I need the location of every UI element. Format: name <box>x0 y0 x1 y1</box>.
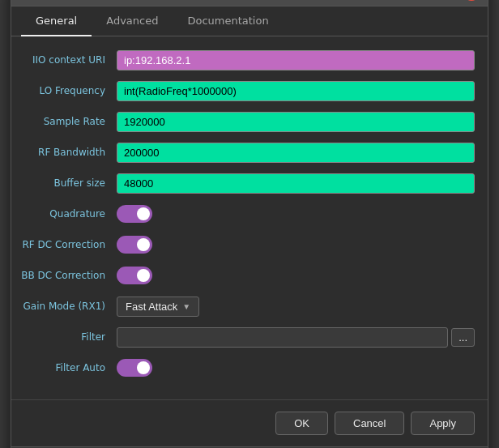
sample-rate-label: Sample Rate <box>11 106 117 137</box>
filter-input-wrap: ... <box>117 327 475 348</box>
ok-button[interactable]: OK <box>275 412 328 435</box>
rf-bandwidth-input[interactable] <box>117 143 475 163</box>
bb-dc-correction-cell <box>117 260 488 291</box>
table-row: Sample Rate <box>11 106 488 137</box>
title-bar: Properties: PlutoSDR Source × <box>11 0 488 6</box>
bb-dc-correction-label: BB DC Correction <box>11 260 117 291</box>
buffer-size-input[interactable] <box>117 173 475 194</box>
iio-context-uri-input[interactable] <box>117 50 475 70</box>
filter-input[interactable] <box>117 327 448 348</box>
table-row: BB DC Correction <box>11 260 488 291</box>
filter-auto-cell <box>117 352 488 383</box>
gain-mode-selected: Fast Attack <box>126 301 177 313</box>
quadrature-label: Quadrature <box>11 198 117 229</box>
gain-mode-dropdown[interactable]: Fast Attack ▼ <box>117 297 199 317</box>
quadrature-cell <box>117 198 488 229</box>
rf-dc-correction-cell <box>117 229 488 260</box>
filter-auto-label: Filter Auto <box>11 352 117 383</box>
tab-documentation[interactable]: Documentation <box>173 6 283 36</box>
table-row: Filter ... <box>11 322 488 352</box>
filter-cell: ... <box>117 322 488 352</box>
table-row: Gain Mode (RX1) Fast Attack ▼ <box>11 291 488 322</box>
quadrature-toggle-wrap <box>117 205 475 223</box>
gain-mode-dropdown-wrap: Fast Attack ▼ <box>117 297 475 317</box>
chevron-down-icon: ▼ <box>182 302 190 311</box>
apply-button[interactable]: Apply <box>411 412 475 435</box>
filter-label: Filter <box>11 322 117 352</box>
dialog-footer: OK Cancel Apply <box>11 399 488 446</box>
rf-dc-correction-toggle-wrap <box>117 236 475 254</box>
table-row: Quadrature <box>11 198 488 229</box>
bb-dc-correction-toggle[interactable] <box>117 267 152 284</box>
tab-advanced[interactable]: Advanced <box>92 6 173 36</box>
table-row: Buffer size <box>11 168 488 198</box>
lo-frequency-label: LO Frequency <box>11 75 117 106</box>
cancel-button[interactable]: Cancel <box>335 412 404 435</box>
lo-frequency-cell <box>117 75 488 106</box>
filter-auto-toggle[interactable] <box>117 359 152 377</box>
table-row: Filter Auto <box>11 352 488 383</box>
iio-context-uri-cell <box>117 45 488 75</box>
rf-bandwidth-cell <box>117 137 488 168</box>
close-button[interactable]: × <box>463 0 480 1</box>
properties-table: IIO context URI LO Frequency Sample Rate <box>11 45 488 383</box>
table-row: RF Bandwidth <box>11 137 488 168</box>
quadrature-toggle[interactable] <box>117 205 152 223</box>
tab-general[interactable]: General <box>21 6 92 36</box>
buffer-size-label: Buffer size <box>11 168 117 198</box>
lo-frequency-input[interactable] <box>117 81 475 101</box>
gain-mode-cell: Fast Attack ▼ <box>117 291 488 322</box>
filter-browse-button[interactable]: ... <box>451 328 475 347</box>
iio-context-uri-label: IIO context URI <box>11 45 117 75</box>
table-row: RF DC Correction <box>11 229 488 260</box>
properties-dialog: Properties: PlutoSDR Source × General Ad… <box>11 0 488 448</box>
bb-dc-correction-toggle-wrap <box>117 267 475 284</box>
rf-dc-correction-label: RF DC Correction <box>11 229 117 260</box>
gain-mode-label: Gain Mode (RX1) <box>11 291 117 322</box>
form-content: IIO context URI LO Frequency Sample Rate <box>11 36 488 383</box>
filter-auto-toggle-wrap <box>117 359 475 377</box>
table-row: IIO context URI <box>11 45 488 75</box>
table-row: LO Frequency <box>11 75 488 106</box>
rf-dc-correction-toggle[interactable] <box>117 236 152 254</box>
sample-rate-input[interactable] <box>117 112 475 132</box>
buffer-size-cell <box>117 168 488 198</box>
sample-rate-cell <box>117 106 488 137</box>
rf-bandwidth-label: RF Bandwidth <box>11 137 117 168</box>
tab-bar: General Advanced Documentation <box>11 6 488 36</box>
